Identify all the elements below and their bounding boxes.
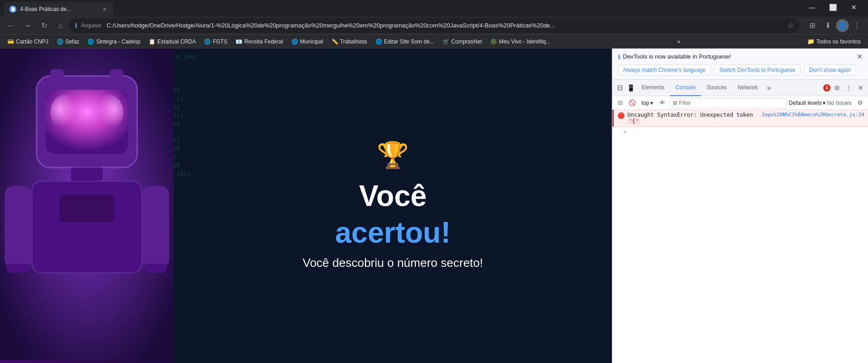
bookmark-icon: 🌐 <box>375 38 382 45</box>
expand-arrow-icon: › <box>623 129 627 135</box>
subtitle-text: Você descobriu o número secreto! <box>303 255 483 271</box>
console-error-row: 🔴 Uncaught SyntaxError: Unexpected token… <box>612 110 868 127</box>
home-button[interactable]: ⌂ <box>53 18 68 33</box>
bookmark-comprasnet[interactable]: 🛒 ComprasNet <box>439 38 486 46</box>
devtools-panel: ℹ DevTools is now available in Portugues… <box>612 49 868 363</box>
window-controls: — ⬜ ✕ <box>801 0 864 16</box>
console-filter-area: ⊞ <box>670 98 787 108</box>
bookmark-icon: 📧 <box>236 38 242 45</box>
devtools-more-button[interactable]: ⋮ <box>843 82 854 93</box>
robot-svg <box>0 49 174 360</box>
profile-button[interactable]: 👤 <box>836 19 849 32</box>
tab-network[interactable]: Network <box>732 80 763 96</box>
bookmarks-more-button[interactable]: » <box>675 38 683 46</box>
bookmark-star-icon[interactable]: ☆ <box>788 21 794 30</box>
forward-button[interactable]: → <box>20 18 35 33</box>
tab-sources[interactable]: Sources <box>701 80 732 96</box>
bookmark-estadual[interactable]: 📋 Estadual CRDA <box>145 38 199 46</box>
default-levels-selector[interactable]: Default levels ▾ <box>789 100 825 106</box>
default-levels-label: Default levels <box>789 100 822 106</box>
switch-language-button[interactable]: Switch DevTools to Portuguese <box>714 65 800 76</box>
devtools-tabs-bar: ⊟ 📱 Elements Console Sources Network » <box>612 80 868 96</box>
bookmark-icon: 🌐 <box>204 38 211 45</box>
menu-button[interactable]: ⋮ <box>850 18 864 33</box>
maximize-button[interactable]: ⬜ <box>822 0 843 15</box>
console-filter-input[interactable] <box>679 100 784 106</box>
console-sidebar-button[interactable]: ⊟ <box>615 98 625 108</box>
tab-elements[interactable]: Elements <box>636 80 670 96</box>
svg-rect-12 <box>5 186 32 268</box>
bookmark-sefaz[interactable]: 🌐 Sefaz <box>53 38 83 46</box>
minimize-button[interactable]: — <box>801 0 822 15</box>
bookmark-icon: ❇️ <box>490 38 497 45</box>
svg-rect-14 <box>7 264 30 273</box>
svg-rect-8 <box>71 168 103 181</box>
close-button[interactable]: ✕ <box>843 0 864 15</box>
devtools-tabs-more[interactable]: » <box>763 84 775 92</box>
url-text[interactable]: C:/Users/hodge/OneDrive/Hodge/Alura/1-%2… <box>107 22 782 29</box>
protocol-label: Arquivo <box>81 22 101 29</box>
console-eye-button[interactable]: 👁 <box>658 98 668 108</box>
console-content-area[interactable]: 🔴 Uncaught SyntaxError: Unexpected token… <box>612 110 868 363</box>
bookmark-municipal[interactable]: 🌐 Municipal <box>288 38 327 46</box>
protocol-icon: ℹ <box>75 22 77 29</box>
extensions-button[interactable]: ⊞ <box>805 18 820 33</box>
bookmark-label: Editar Site Som de... <box>384 38 434 45</box>
bookmark-icon: 💳 <box>7 38 14 45</box>
console-settings-button[interactable]: ⚙ <box>855 98 865 108</box>
notification-info-icon: ℹ <box>618 53 620 60</box>
bookmark-meuvivo[interactable]: ❇️ Meu Vivo - Identifiq... <box>487 38 554 46</box>
reload-button[interactable]: ↻ <box>37 18 51 33</box>
bookmark-label: Sefaz <box>65 38 80 45</box>
error-icon: 🔴 <box>617 112 625 119</box>
svg-point-4 <box>50 94 82 131</box>
bookmark-trabalhista[interactable]: ✏️ Trabalhista <box>328 38 371 46</box>
bookmark-label: ComprasNet <box>451 38 482 45</box>
acertou-heading: acertou! <box>335 218 451 247</box>
bookmark-icon: 🌐 <box>291 38 298 45</box>
downloads-button[interactable]: ⬇ <box>820 18 835 33</box>
bookmark-label: Municipal <box>300 38 323 45</box>
bookmark-cnpj[interactable]: 💳 Cartão CNPJ <box>4 38 52 46</box>
voce-heading: Você <box>359 181 427 211</box>
bookmark-fgts[interactable]: 🌐 FGTS <box>200 38 231 46</box>
svg-rect-6 <box>50 69 64 81</box>
tab-console[interactable]: Console <box>670 80 701 96</box>
svg-point-5 <box>91 94 123 131</box>
bookmark-label: Estadual CRDA <box>157 38 196 45</box>
bookmark-receita[interactable]: 📧 Receita Federal <box>232 38 287 46</box>
address-input-area[interactable]: ℹ Arquivo C:/Users/hodge/OneDrive/Hodge/… <box>70 18 799 33</box>
webpage-content: 010011010101 000110100001 10 0011 010001… <box>0 49 612 363</box>
console-clear-button[interactable]: 🚫 <box>627 98 637 108</box>
back-button[interactable]: ← <box>4 18 18 33</box>
devtools-toggle-button[interactable]: ⊟ <box>614 82 625 93</box>
no-issues-text: No Issues <box>827 100 852 106</box>
console-toolbar: ⊟ 🚫 top ▾ 👁 ⊞ Default levels ▾ No Issues… <box>612 96 868 110</box>
notification-title-text: DevTools is now available in Portuguese! <box>623 53 731 60</box>
browser-tab[interactable]: 📄 4-Boas Práticas de... ✕ <box>4 2 113 16</box>
tab-close-button[interactable]: ✕ <box>101 5 108 13</box>
match-language-button[interactable]: Always match Chrome's language <box>618 65 711 76</box>
notification-buttons-area: Always match Chrome's language Switch De… <box>618 65 863 76</box>
chrome-browser: 📄 4-Boas Práticas de... ✕ — ⬜ ✕ ← → ↻ ⌂ … <box>0 0 868 363</box>
devtools-tab-icons: 1 ⚙ ⋮ ✕ <box>823 82 866 93</box>
bookmark-label: FGTS <box>213 38 227 45</box>
bookmark-editar[interactable]: 🌐 Editar Site Som de... <box>372 38 438 46</box>
dont-show-button[interactable]: Don't show again <box>804 65 856 76</box>
error-source-link[interactable]: Jogo%20N%C3%BAmero%20Secreto.js:24 <box>761 112 864 118</box>
toolbar-icons: ⊞ ⬇ 👤 ⋮ <box>805 18 864 33</box>
favorites-section[interactable]: 📁 Todos os favoritos <box>804 38 864 45</box>
devtools-close-button[interactable]: ✕ <box>855 82 866 93</box>
devtools-inspect-button[interactable]: 📱 <box>625 82 636 93</box>
svg-rect-11 <box>59 195 114 222</box>
notification-close-button[interactable]: ✕ <box>857 52 863 61</box>
console-expand-row[interactable]: › <box>612 127 868 137</box>
address-bar: ← → ↻ ⌂ ℹ Arquivo C:/Users/hodge/OneDriv… <box>0 16 868 35</box>
bookmark-label: Meu Vivo - Identifiq... <box>499 38 551 45</box>
devtools-settings-button[interactable]: ⚙ <box>831 82 842 93</box>
bookmarks-bar: 💳 Cartão CNPJ 🌐 Sefaz 🌐 Sintegra - Cades… <box>0 35 868 49</box>
context-label: top <box>642 100 649 106</box>
bookmark-sintegra[interactable]: 🌐 Sintegra - Cadesp <box>84 38 144 46</box>
bookmark-icon: 🛒 <box>443 38 450 45</box>
console-context-selector[interactable]: top ▾ <box>639 99 656 107</box>
